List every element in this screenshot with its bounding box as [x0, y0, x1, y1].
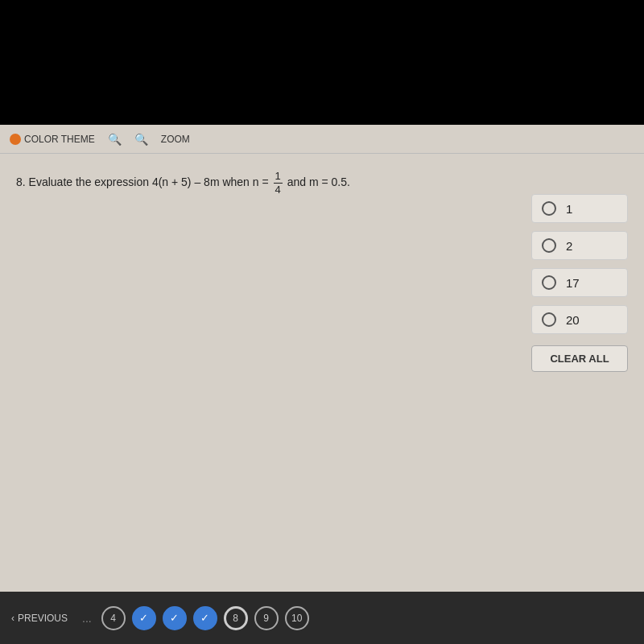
zoom-in-button[interactable]: 🔍 — [134, 133, 148, 146]
question-rest: and m = 0.5. — [287, 175, 350, 188]
zoom-out-button[interactable]: 🔍 — [108, 133, 122, 146]
toolbar: COLOR THEME 🔍 🔍 ZOOM — [0, 125, 644, 154]
nav-dots: ... — [82, 612, 92, 625]
zoom-out-icon: 🔍 — [108, 133, 122, 146]
check-icon-6: ✓ — [170, 612, 179, 624]
fraction: 1 4 — [274, 170, 283, 196]
main-content-area: COLOR THEME 🔍 🔍 ZOOM 8. Evaluate the exp… — [0, 125, 644, 592]
zoom-label: ZOOM — [161, 134, 190, 145]
answer-value-4: 20 — [566, 313, 580, 327]
chevron-left-icon: ‹ — [11, 613, 14, 624]
check-icon-5: ✓ — [139, 612, 148, 624]
previous-button[interactable]: ‹ PREVIOUS — [11, 613, 68, 624]
zoom-in-icon: 🔍 — [134, 133, 148, 146]
radio-1[interactable] — [542, 201, 556, 216]
nav-num-4: 4 — [110, 613, 116, 624]
question-area: 8. Evaluate the expression 4(n + 5) – 8m… — [0, 154, 644, 476]
nav-item-5[interactable]: ✓ — [132, 606, 156, 630]
nav-item-6[interactable]: ✓ — [163, 606, 187, 630]
check-icon-7: ✓ — [200, 612, 209, 624]
nav-item-9[interactable]: 9 — [254, 606, 279, 630]
bottom-nav-bar: ‹ PREVIOUS ... 4 ✓ ✓ ✓ 8 9 10 — [0, 592, 644, 644]
radio-2[interactable] — [542, 238, 556, 253]
question-body: Evaluate the expression 4(n + 5) – 8m wh… — [29, 175, 269, 188]
answer-value-2: 2 — [566, 239, 572, 253]
answer-value-1: 1 — [566, 202, 572, 216]
fraction-denominator: 4 — [274, 184, 283, 196]
color-theme-button[interactable]: COLOR THEME — [10, 134, 95, 145]
answer-choice-2[interactable]: 2 — [531, 231, 628, 260]
previous-label: PREVIOUS — [18, 613, 68, 624]
question-text: 8. Evaluate the expression 4(n + 5) – 8m… — [16, 170, 628, 196]
nav-item-10[interactable]: 10 — [285, 606, 309, 630]
nav-num-10: 10 — [291, 613, 302, 624]
answer-value-3: 17 — [566, 276, 580, 290]
nav-num-9: 9 — [263, 613, 269, 624]
top-black-bar — [0, 0, 644, 125]
answer-panel: 1 2 17 20 CLEAR ALL — [531, 194, 628, 372]
color-theme-icon — [10, 134, 21, 145]
zoom-label-item: ZOOM — [161, 134, 190, 145]
radio-3[interactable] — [542, 275, 556, 290]
nav-item-8[interactable]: 8 — [224, 606, 248, 630]
question-number: 8. — [16, 175, 26, 188]
fraction-numerator: 1 — [274, 170, 283, 184]
clear-all-button[interactable]: CLEAR ALL — [531, 345, 628, 372]
answer-choice-1[interactable]: 1 — [531, 194, 628, 223]
nav-num-8: 8 — [233, 613, 238, 624]
color-theme-label: COLOR THEME — [24, 134, 95, 145]
radio-4[interactable] — [542, 312, 556, 327]
nav-item-4[interactable]: 4 — [101, 606, 126, 630]
answer-choice-4[interactable]: 20 — [531, 305, 628, 334]
answer-choice-3[interactable]: 17 — [531, 268, 628, 297]
nav-item-7[interactable]: ✓ — [193, 606, 217, 630]
